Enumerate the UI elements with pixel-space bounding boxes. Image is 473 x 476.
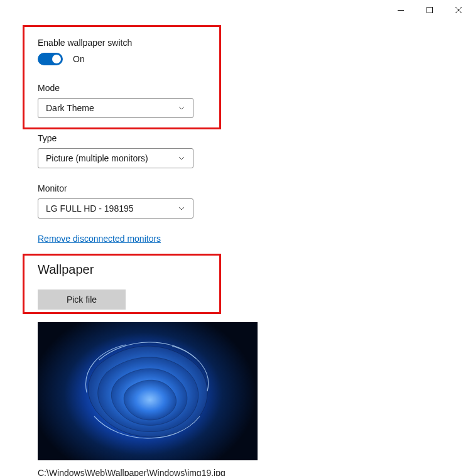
chevron-down-icon [178,104,185,112]
mode-value: Dark Theme [46,103,94,113]
window-titlebar [386,0,473,20]
pick-file-button[interactable]: Pick file [38,289,126,310]
type-select[interactable]: Picture (multiple monitors) [38,148,193,168]
maximize-icon [427,7,433,13]
enable-switch-label: Enable wallpaper switch [38,38,473,48]
remove-monitors-link[interactable]: Remove disconnected monitors [38,234,161,244]
type-label: Type [38,133,473,143]
monitor-value: LG FULL HD - 198195 [46,203,134,214]
monitor-select[interactable]: LG FULL HD - 198195 [38,198,193,219]
wallpaper-preview-art [38,322,258,460]
close-icon [455,7,462,13]
enable-switch-toggle[interactable] [38,53,63,65]
wallpaper-section-title: Wallpaper [38,262,473,277]
maximize-button[interactable] [415,0,444,20]
mode-label: Mode [38,83,473,93]
svg-rect-1 [427,8,433,13]
chevron-down-icon [178,205,185,212]
enable-switch-state: On [73,54,85,64]
svg-rect-0 [398,10,404,11]
close-button[interactable] [444,0,473,20]
monitor-label: Monitor [38,183,473,193]
chevron-down-icon [178,154,185,162]
mode-select[interactable]: Dark Theme [38,98,193,118]
wallpaper-path: C:\Windows\Web\Wallpaper\Windows\img19.j… [38,468,473,476]
type-value: Picture (multiple monitors) [46,153,148,163]
wallpaper-preview [38,322,258,460]
minimize-icon [398,10,404,11]
minimize-button[interactable] [386,0,415,20]
